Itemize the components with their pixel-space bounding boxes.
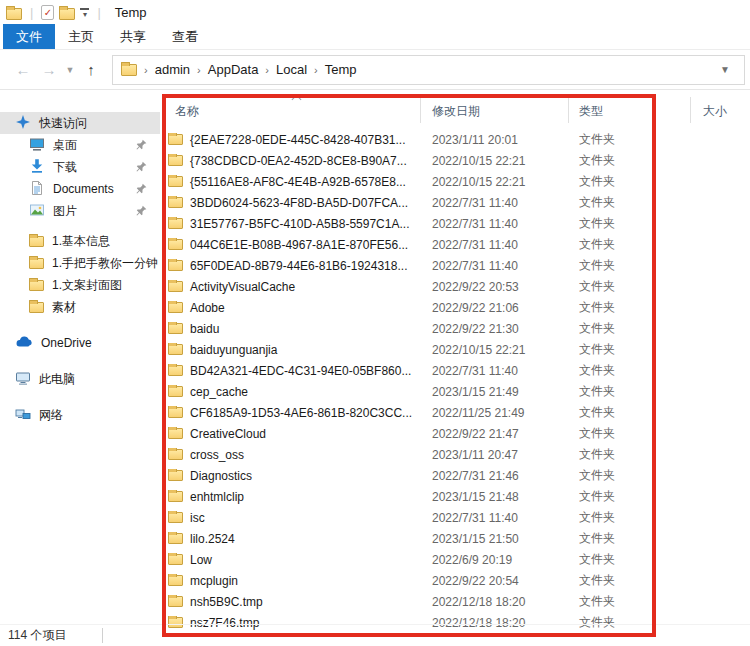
column-divider[interactable] xyxy=(690,97,691,123)
folder-icon xyxy=(168,176,183,187)
folder-icon xyxy=(168,533,183,544)
file-name: 044C6E1E-B08B-4967-8A1E-870FE56... xyxy=(190,238,408,252)
column-divider[interactable] xyxy=(420,97,421,123)
sidebar-item-onedrive[interactable]: OneDrive xyxy=(0,332,160,354)
file-type: 文件夹 xyxy=(579,278,750,295)
document-icon xyxy=(29,180,45,199)
window-titlebar: | | Temp xyxy=(0,0,750,24)
file-row[interactable]: cep_cache2023/1/15 21:49文件夹 xyxy=(160,381,750,402)
quick-access-icon xyxy=(15,114,31,133)
file-type: 文件夹 xyxy=(579,488,750,505)
file-name-cell: CF6185A9-1D53-4AE6-861B-820C3CC... xyxy=(160,406,432,420)
desktop-icon xyxy=(29,136,45,155)
file-row[interactable]: Low2022/6/9 20:19文件夹 xyxy=(160,549,750,570)
file-name-cell: lilo.2524 xyxy=(160,532,432,546)
sidebar-item-quick-access[interactable]: 快速访问 xyxy=(0,112,160,134)
file-name-cell: cep_cache xyxy=(160,385,432,399)
folder-icon xyxy=(168,344,183,355)
sidebar-item-downloads[interactable]: 下载 xyxy=(0,156,160,178)
file-row[interactable]: 31E57767-B5FC-410D-A5B8-5597C1A...2022/7… xyxy=(160,213,750,234)
sidebar-item-pictures[interactable]: 图片 xyxy=(0,200,160,222)
file-list-pane: 名称 修改日期 类型 大小 {2EAE7228-0EDE-445C-8428-4… xyxy=(160,92,750,624)
sidebar-item-folder-cover-image[interactable]: 1.文案封面图 xyxy=(0,274,160,296)
file-row[interactable]: baiduyunguanjia2022/10/15 22:21文件夹 xyxy=(160,339,750,360)
checkmark-icon[interactable] xyxy=(41,5,54,20)
column-header-type[interactable]: 类型 xyxy=(579,103,603,120)
file-row[interactable]: Diagnostics2022/7/31 21:46文件夹 xyxy=(160,465,750,486)
file-row[interactable]: CF6185A9-1D53-4AE6-861B-820C3CC...2022/1… xyxy=(160,402,750,423)
sidebar-item-desktop[interactable]: 桌面 xyxy=(0,134,160,156)
file-name-cell: ActivityVisualCache xyxy=(160,280,432,294)
file-row[interactable]: 3BDD6024-5623-4F8D-BA5D-D07FCA...2022/7/… xyxy=(160,192,750,213)
file-row[interactable]: Adobe2022/9/22 21:06文件夹 xyxy=(160,297,750,318)
file-row[interactable]: BD42A321-4EDC-4C31-94E0-05BF860...2022/7… xyxy=(160,360,750,381)
ribbon-tab-0[interactable]: 文件 xyxy=(3,24,55,49)
file-row[interactable]: 65F0DEAD-8B79-44E6-81B6-1924318...2022/7… xyxy=(160,255,750,276)
file-row[interactable]: {738CDBCD-0EA2-452D-8CE8-B90A7...2022/10… xyxy=(160,150,750,171)
sidebar-item-folder-tutorial[interactable]: 1.手把手教你一分钟 xyxy=(0,252,160,274)
sidebar-item-this-pc[interactable]: 此电脑 xyxy=(0,368,160,390)
file-type: 文件夹 xyxy=(579,509,750,526)
quick-access-toolbar-dropdown-icon[interactable] xyxy=(80,8,89,17)
downloads-icon xyxy=(29,158,45,177)
file-name: {55116AE8-AF8C-4E4B-A92B-6578E8... xyxy=(190,175,406,189)
file-row[interactable]: nsh5B9C.tmp2022/12/18 18:20文件夹 xyxy=(160,591,750,612)
column-header-name[interactable]: 名称 xyxy=(175,103,199,120)
file-name-cell: isc xyxy=(160,511,432,525)
sidebar-item-documents[interactable]: Documents xyxy=(0,178,160,200)
file-modified: 2022/9/22 21:30 xyxy=(432,322,579,336)
folder-icon[interactable] xyxy=(59,8,75,20)
file-name-cell: Diagnostics xyxy=(160,469,432,483)
breadcrumb-separator: › xyxy=(314,64,318,76)
file-row[interactable]: {2EAE7228-0EDE-445C-8428-407B31...2023/1… xyxy=(160,129,750,150)
file-row[interactable]: CreativeCloud2022/9/22 21:47文件夹 xyxy=(160,423,750,444)
column-header-modified[interactable]: 修改日期 xyxy=(432,103,480,120)
file-row[interactable]: lilo.25242023/1/15 21:50文件夹 xyxy=(160,528,750,549)
file-row[interactable]: ActivityVisualCache2022/9/22 20:53文件夹 xyxy=(160,276,750,297)
sidebar-item-network[interactable]: 网络 xyxy=(0,404,160,426)
file-modified: 2022/10/15 22:21 xyxy=(432,343,579,357)
up-button[interactable]: ↑ xyxy=(78,61,104,78)
file-row[interactable]: mcplugin2022/9/22 20:54文件夹 xyxy=(160,570,750,591)
column-header-size[interactable]: 大小 xyxy=(703,103,727,120)
breadcrumb-segment-0[interactable]: admin xyxy=(155,62,190,77)
folder-icon xyxy=(168,281,183,292)
file-type: 文件夹 xyxy=(579,131,750,148)
breadcrumb-separator: › xyxy=(197,64,201,76)
network-icon xyxy=(15,406,31,425)
file-row[interactable]: enhtmlclip2023/1/15 21:48文件夹 xyxy=(160,486,750,507)
folder-icon xyxy=(168,155,183,166)
sidebar-item-label: 1.文案封面图 xyxy=(52,277,122,294)
file-name: Adobe xyxy=(190,301,225,315)
breadcrumb-segment-2[interactable]: Local xyxy=(276,62,307,77)
file-row[interactable]: 044C6E1E-B08B-4967-8A1E-870FE56...2022/7… xyxy=(160,234,750,255)
column-divider[interactable] xyxy=(568,97,569,123)
ribbon-tab-3[interactable]: 查看 xyxy=(159,24,211,49)
file-row[interactable]: isc2022/7/31 11:40文件夹 xyxy=(160,507,750,528)
breadcrumb-separator: › xyxy=(144,64,148,76)
window-title: Temp xyxy=(115,5,147,20)
sidebar-item-label: Documents xyxy=(53,182,114,196)
back-button[interactable]: ← xyxy=(10,61,36,78)
recent-locations-dropdown-icon[interactable]: ▼ xyxy=(62,65,78,75)
file-name-cell: Adobe xyxy=(160,301,432,315)
file-row[interactable]: {55116AE8-AF8C-4E4B-A92B-6578E8...2022/1… xyxy=(160,171,750,192)
titlebar-divider: | xyxy=(30,5,33,20)
ribbon-tab-2[interactable]: 共享 xyxy=(107,24,159,49)
file-name-cell: baidu xyxy=(160,322,432,336)
breadcrumb-segment-3[interactable]: Temp xyxy=(325,62,357,77)
sidebar-item-label: 1.手把手教你一分钟 xyxy=(52,255,158,272)
folder-icon xyxy=(29,258,44,269)
forward-button[interactable]: → xyxy=(36,61,62,78)
sidebar-item-folder-basic-info[interactable]: 1.基本信息 xyxy=(0,230,160,252)
address-dropdown-icon[interactable]: ▼ xyxy=(714,64,736,75)
file-row[interactable]: baidu2022/9/22 21:30文件夹 xyxy=(160,318,750,339)
sidebar-item-folder-material[interactable]: 素材 xyxy=(0,296,160,318)
address-bar[interactable]: ›admin›AppData›Local›Temp ▼ xyxy=(112,55,745,85)
file-name-cell: Low xyxy=(160,553,432,567)
file-name: 65F0DEAD-8B79-44E6-81B6-1924318... xyxy=(190,259,407,273)
breadcrumb-segment-1[interactable]: AppData xyxy=(208,62,259,77)
file-name: cross_oss xyxy=(190,448,244,462)
file-row[interactable]: cross_oss2023/1/11 20:47文件夹 xyxy=(160,444,750,465)
ribbon-tab-1[interactable]: 主页 xyxy=(55,24,107,49)
